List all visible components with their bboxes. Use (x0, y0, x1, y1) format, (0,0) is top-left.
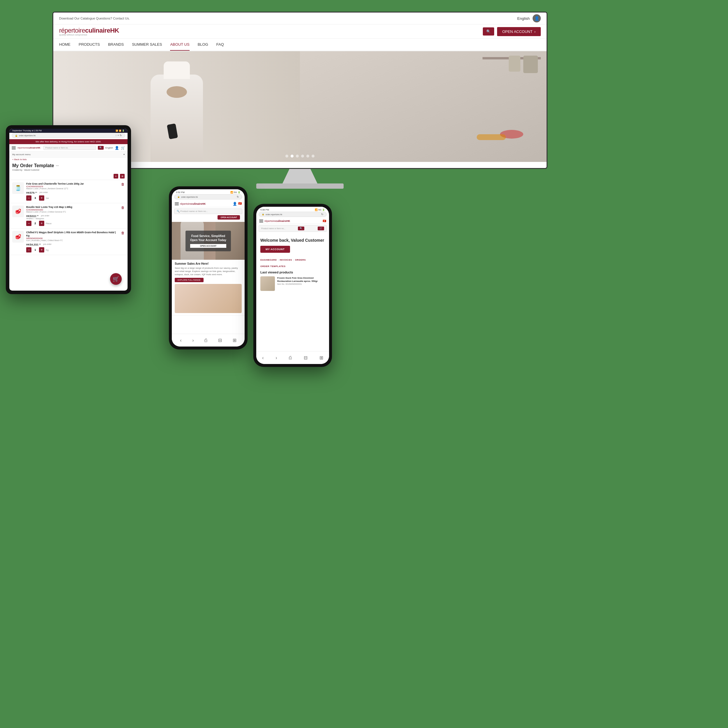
phone1-bottom-nav: ‹ › ⎙ ⊟ ⊞ (172, 334, 245, 347)
qty-minus-2[interactable]: − (26, 221, 31, 226)
qty-plus-1[interactable]: + (39, 196, 44, 200)
phone1-lock-icon: 🔒 (177, 196, 180, 198)
nav-home[interactable]: HOME (59, 39, 70, 50)
dot-1[interactable] (285, 154, 288, 158)
dot-3[interactable] (296, 154, 299, 158)
tablet-cart-icon[interactable]: 🛒 (121, 146, 125, 150)
dot-4[interactable] (301, 154, 304, 158)
delete-product-2[interactable]: 🗑 (121, 206, 125, 210)
tablet-search-bar[interactable]: Product name or Item no. (43, 145, 96, 150)
product-qty-2: − 2 + Piece (26, 221, 119, 226)
phone2-back-btn[interactable]: ‹ (262, 355, 263, 361)
dot-6[interactable] (312, 154, 315, 158)
phone2-reload[interactable]: ↻ (321, 213, 324, 216)
nav-summer-sales[interactable]: SUMMER SALES (132, 39, 162, 50)
chevron-down-icon[interactable]: ▾ (124, 153, 125, 156)
phone1-user-icon[interactable]: 👤 (232, 202, 237, 206)
my-account-row: My account menu ▾ (12, 153, 125, 156)
user-icon[interactable]: 👤 (532, 14, 541, 23)
open-account-button[interactable]: OPEN ACCOUNT › (497, 27, 541, 36)
tablet-lang[interactable]: English (106, 147, 113, 149)
phone1-signal: 📶 5G 🔋 (230, 191, 240, 194)
phone1-forward-btn[interactable]: › (192, 338, 194, 343)
qty-minus-1[interactable]: − (26, 196, 31, 200)
page-title-ellipsis[interactable]: ··· (56, 164, 59, 168)
nav-about-us[interactable]: ABOUT US (170, 39, 189, 50)
url-actions: ↑ + ↻ (115, 134, 122, 137)
view-list-icon[interactable]: ≡ (113, 174, 118, 179)
product-status-3: pre-order (43, 243, 52, 245)
phone1-hamburger[interactable] (175, 202, 179, 205)
phone1-url-bar[interactable]: 🔒 order.repertoire.hk ↻ (174, 194, 242, 199)
phone1-search-bar[interactable]: 🔍 Product name or Item no... (174, 208, 242, 214)
phone1-explore-btn[interactable]: EXPLORE FULL RANGE (175, 278, 203, 282)
link-invoices[interactable]: INVOICES (280, 258, 292, 264)
delete-product-3[interactable]: 🗑 (121, 231, 125, 235)
hamburger-menu[interactable] (12, 147, 16, 149)
phone1-open-account-btn[interactable]: OPEN ACCOUNT (217, 215, 240, 220)
phone2-logo[interactable]: répertoireculinaireHK (265, 220, 321, 222)
phone2-tabs-icon[interactable]: ⊞ (320, 355, 323, 361)
tablet-created-by: Created by: Valued Customer (9, 169, 127, 173)
dot-2[interactable] (291, 154, 294, 158)
phone1-hero-cta[interactable]: OPEN ACCOUNT (190, 244, 226, 248)
phone2-flag-icon[interactable]: 🇭🇰 (323, 219, 326, 222)
phone2-hamburger[interactable] (259, 220, 263, 222)
tablet-url-bar[interactable]: 🔒 order.répertoire.hk ↑ + ↻ (12, 133, 125, 138)
phone2-bookmark-icon[interactable]: ⊟ (304, 355, 307, 361)
qty-minus-3[interactable]: − (26, 247, 31, 252)
product-name-3: Chilled F1 Wagyu Beef Striploin 1 Rib Ic… (26, 231, 119, 237)
phone1-back-btn[interactable]: ‹ (180, 338, 181, 343)
account-links: DASHBOARD | INVOICES | ORDERS ORDER TEMP… (256, 258, 329, 268)
product-info-1: Foie Gras and Chanterelle Terrine Loste … (26, 182, 119, 200)
product-item-1: 🫙 Foie Gras and Chanterelle Terrine Lost… (9, 180, 127, 203)
nav-blog[interactable]: BLOG (198, 39, 208, 50)
phone2-forward-btn[interactable]: › (275, 355, 277, 361)
product-origin-2: Maison Loste | France | Chilled General … (26, 211, 119, 213)
delete-product-1[interactable]: 🗑 (121, 182, 125, 187)
phone2-search-icon[interactable]: 🔍 (298, 226, 304, 230)
phone1-section-title: Summer Sales Are Here! (175, 262, 242, 265)
qty-value-3: 1 (33, 248, 38, 251)
language-selector[interactable]: English (517, 16, 530, 21)
phone1-time: 3:52 PM (176, 191, 185, 194)
nav-products[interactable]: PRODUCTS (79, 39, 100, 50)
tablet-nav-icons: English 👤 🛒 (106, 146, 125, 150)
link-orders[interactable]: ORDERS (295, 258, 306, 264)
tablet-my-account-menu: My account menu ▾ (9, 152, 127, 158)
phone1-bookmark-icon[interactable]: ⊟ (218, 338, 222, 343)
link-dashboard[interactable]: DASHBOARD (260, 258, 277, 264)
phone1-tabs-icon[interactable]: ⊞ (232, 338, 237, 343)
phone2-lock-icon: 🔒 (262, 213, 265, 216)
phone1-share-icon[interactable]: ⎙ (205, 338, 207, 343)
search-button[interactable]: 🔍 (483, 28, 494, 35)
dot-5[interactable] (306, 154, 309, 158)
view-grid-icon[interactable]: ⊞ (120, 174, 125, 179)
tablet-search-button[interactable]: 🔍 (98, 146, 104, 150)
phone1-logo[interactable]: répertoireculinaireHK (180, 202, 231, 205)
my-account-button[interactable]: MY ACCOUNT (260, 246, 290, 253)
topbar-left-text: Download Our Catalogue Questions? Contac… (59, 17, 130, 20)
tablet-user-icon[interactable]: 👤 (115, 146, 119, 150)
tablet-screen: September Thursday at 1:56 PM 📶 📶 🔋 🔒 or… (9, 129, 127, 291)
link-order-templates[interactable]: ORDER TEMPLATES (260, 265, 285, 268)
cart-fab-button[interactable]: 🛒 (110, 273, 122, 285)
tablet-back-link[interactable]: < Back to lists (9, 158, 127, 161)
phone2-url-bar[interactable]: 🔒 order.repertoire.hk ↻ (258, 212, 327, 217)
monitor-base (256, 184, 344, 189)
tablet-logo[interactable]: répertoireculinaireHK (17, 147, 40, 149)
qty-plus-2[interactable]: + (39, 221, 44, 226)
last-viewed-thumb (260, 276, 275, 291)
nav-brands[interactable]: BRANDS (108, 39, 124, 50)
nav-faq[interactable]: FAQ (216, 39, 224, 50)
phone1-flag-icon[interactable]: 🇭🇰 (238, 202, 242, 206)
welcome-title: Welcome back, Valued Customer (260, 238, 325, 243)
tablet-url-text: order.répertoire.hk (19, 135, 35, 136)
qty-plus-3[interactable]: + (39, 247, 44, 252)
qty-value-2: 2 (33, 222, 38, 225)
phone1-reload[interactable]: ↻ (237, 196, 239, 198)
phone2-share-icon[interactable]: ⎙ (289, 355, 292, 361)
product-price-3: HK$4,332.°° (26, 243, 41, 246)
phone2-cart-icon[interactable]: 🛒 (318, 226, 324, 230)
phone2-search-bar[interactable]: Product name or Item no... 🔍 🛒 (258, 225, 327, 232)
